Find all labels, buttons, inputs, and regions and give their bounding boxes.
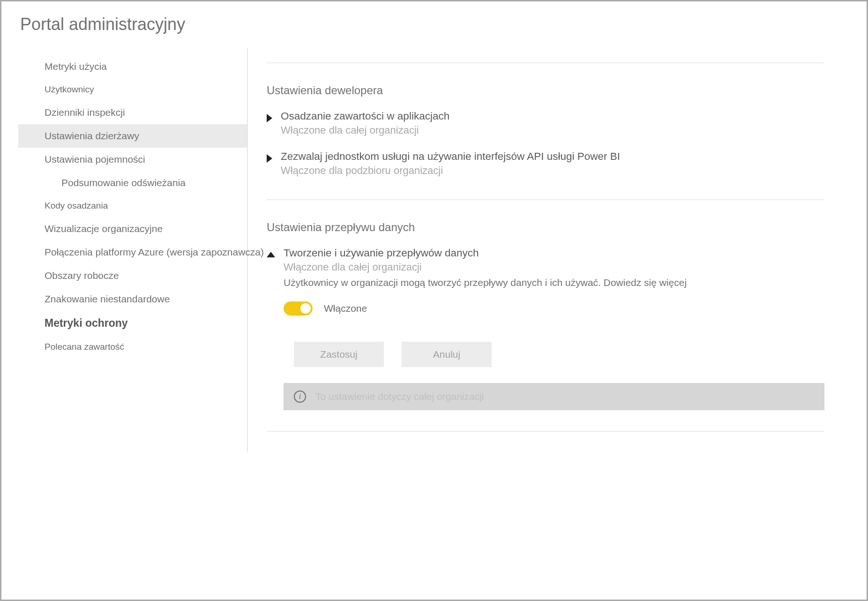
section-divider bbox=[267, 431, 824, 432]
setting-status: Włączone dla całej organizacji bbox=[281, 124, 824, 136]
section-divider bbox=[267, 62, 824, 63]
caret-right-icon bbox=[267, 114, 272, 122]
setting-embed-content[interactable]: Osadzanie zawartości w aplikacjach Włącz… bbox=[267, 110, 824, 138]
setting-api-service-principals[interactable]: Zezwalaj jednostkom usługi na używanie i… bbox=[267, 150, 824, 179]
setting-description: Użytkownicy w organizacji mogą tworzyć p… bbox=[284, 277, 824, 288]
sidebar-item-org-visuals[interactable]: Wizualizacje organizacyjne bbox=[18, 217, 247, 240]
caret-right-icon bbox=[267, 154, 272, 163]
button-row: Zastosuj Anuluj bbox=[294, 342, 824, 367]
sidebar-item-azure-connections[interactable]: Połączenia platformy Azure (wersja zapoz… bbox=[18, 240, 247, 264]
info-banner: i To ustawienie dotyczy całej organizacj… bbox=[284, 383, 824, 410]
sidebar-item-protection-metrics[interactable]: Metryki ochrony bbox=[18, 311, 247, 336]
sidebar-item-workspaces[interactable]: Obszary robocze bbox=[18, 264, 247, 287]
sidebar-item-usage-metrics[interactable]: Metryki użycia bbox=[18, 55, 247, 78]
setting-label: Zezwalaj jednostkom usługi na używanie i… bbox=[281, 150, 824, 163]
toggle-knob bbox=[300, 303, 311, 314]
sidebar-item-custom-branding[interactable]: Znakowanie niestandardowe bbox=[18, 287, 247, 311]
setting-dataflow-create[interactable]: Tworzenie i używanie przepływów danych W… bbox=[267, 247, 824, 410]
sidebar-item-users[interactable]: Użytkownicy bbox=[18, 78, 247, 101]
sidebar-item-featured-content[interactable]: Polecana zawartość bbox=[18, 336, 247, 358]
info-banner-text: To ustawienie dotyczy całej organizacji bbox=[315, 391, 484, 402]
page-title: Portal administracyjny bbox=[20, 15, 850, 34]
main-content: Ustawienia dewelopera Osadzanie zawartoś… bbox=[267, 48, 850, 452]
section-divider bbox=[267, 199, 824, 200]
toggle-enabled[interactable] bbox=[284, 301, 313, 316]
caret-up-icon bbox=[267, 252, 275, 257]
apply-button[interactable]: Zastosuj bbox=[294, 342, 384, 367]
sidebar-item-embed-codes[interactable]: Kody osadzania bbox=[18, 195, 247, 217]
sidebar-item-capacity-settings[interactable]: Ustawienia pojemności bbox=[18, 148, 247, 171]
setting-status: Włączone dla podzbioru organizacji bbox=[281, 165, 824, 177]
toggle-label: Włączone bbox=[324, 303, 367, 314]
section-title-developer: Ustawienia dewelopera bbox=[267, 84, 824, 97]
toggle-row: Włączone bbox=[284, 301, 824, 316]
setting-label: Osadzanie zawartości w aplikacjach bbox=[281, 110, 824, 122]
cancel-button[interactable]: Anuluj bbox=[402, 342, 492, 367]
sidebar-item-refresh-summary[interactable]: Podsumowanie odświeżania bbox=[18, 171, 247, 195]
sidebar-item-audit-logs[interactable]: Dzienniki inspekcji bbox=[18, 101, 247, 124]
setting-status: Włączone dla całej organizacji bbox=[284, 261, 824, 273]
sidebar-item-tenant-settings[interactable]: Ustawienia dzierżawy bbox=[18, 124, 247, 148]
info-icon: i bbox=[294, 391, 306, 403]
section-title-dataflow: Ustawienia przepływu danych bbox=[267, 221, 824, 234]
setting-label: Tworzenie i używanie przepływów danych bbox=[284, 247, 824, 259]
sidebar-nav: Metryki użycia Użytkownicy Dzienniki ins… bbox=[18, 48, 248, 452]
